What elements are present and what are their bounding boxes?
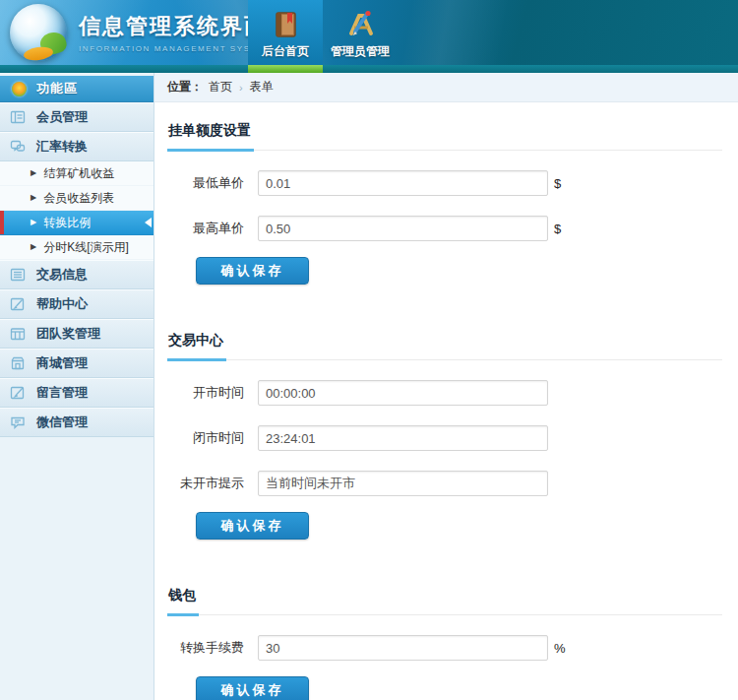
sidebar-subitem-settle-miner-income[interactable]: ▶ 结算矿机收益: [0, 161, 154, 186]
calendar-icon: [10, 326, 26, 342]
save-button[interactable]: 确认保存: [196, 257, 309, 285]
section-order-quota-settings: 挂单额度设置 最低单价 $ 最高单价 $ 确认保存: [167, 122, 722, 285]
section-title: 钱包: [167, 587, 722, 615]
triangle-bullet-icon: ▶: [31, 243, 36, 251]
tab-backend-home[interactable]: 后台首页: [248, 0, 323, 65]
field-label: 闭市时间: [167, 429, 244, 447]
tab-label: 后台首页: [262, 43, 309, 60]
tab-admin-management[interactable]: 管理员管理: [323, 0, 398, 65]
sidebar: 功能區 会员管理: [0, 73, 154, 700]
sidebar-item-team-reward[interactable]: 团队奖管理: [0, 319, 154, 349]
field-label: 转换手续费: [167, 639, 244, 657]
app-logo-globe-icon: [10, 4, 67, 61]
field-label: 最低单价: [167, 174, 244, 192]
breadcrumb: 位置： 首页 › 表单: [154, 73, 738, 102]
sidebar-subitem-label: 会员收益列表: [43, 190, 114, 207]
form-row: 开市时间: [167, 380, 722, 406]
triangle-bullet-icon: ▶: [31, 219, 36, 226]
active-item-red-bar: [0, 211, 4, 234]
sidebar-item-mall-management[interactable]: 商城管理: [0, 349, 154, 378]
sidebar-section-header[interactable]: 功能區: [0, 76, 154, 102]
sidebar-subitem-label: 转换比例: [43, 215, 91, 231]
message-edit-icon: [10, 385, 26, 401]
sidebar-item-label: 微信管理: [36, 414, 88, 431]
sidebar-item-label: 帮助中心: [36, 295, 88, 313]
sidebar-item-label: 团队奖管理: [36, 325, 100, 343]
app-header: 信息管理系统界面 INFORMATION MANAGEMENT SYSTEM G…: [0, 0, 738, 65]
sidebar-subitem-label: 分时K线[演示用]: [43, 239, 129, 256]
field-label: 最高单价: [167, 220, 244, 237]
field-label: 开市时间: [167, 384, 244, 402]
admin-tools-icon: [344, 9, 376, 40]
header-tabs: 后台首页 管理员管理: [248, 0, 398, 65]
breadcrumb-separator-icon: ›: [239, 82, 243, 94]
section-trade-center: 交易中心 开市时间 闭市时间 未开市提示: [167, 332, 722, 540]
store-icon: [10, 355, 26, 371]
breadcrumb-home-link[interactable]: 首页: [209, 79, 232, 95]
save-button[interactable]: 确认保存: [196, 676, 309, 700]
section-title: 交易中心: [167, 332, 722, 360]
chat-bubble-icon: [10, 414, 26, 430]
active-tab-indicator: [248, 65, 323, 73]
exchange-chat-icon: [10, 139, 26, 155]
min-unit-price-input[interactable]: [258, 170, 548, 196]
breadcrumb-current: 表单: [250, 79, 274, 95]
form-row: 未开市提示: [167, 471, 722, 496]
save-button[interactable]: 确认保存: [196, 512, 309, 540]
form-row: 转换手续费 %: [167, 635, 722, 661]
market-closed-tip-input[interactable]: [258, 471, 548, 496]
section-wallet: 钱包 转换手续费 % 确认保存: [167, 587, 722, 700]
sun-icon: [12, 82, 27, 96]
sidebar-subitem-kline-demo[interactable]: ▶ 分时K线[演示用]: [0, 235, 154, 260]
active-item-caret-icon: [145, 218, 152, 227]
header-bottom-strip: [0, 65, 738, 73]
section-title: 挂单额度设置: [167, 122, 722, 151]
sidebar-item-help-center[interactable]: 帮助中心: [0, 289, 154, 319]
form-row: 最高单价 $: [167, 216, 722, 241]
sidebar-item-wechat-management[interactable]: 微信管理: [0, 408, 154, 437]
sidebar-submenu-exchange: ▶ 结算矿机收益 ▶ 会员收益列表 ▶ 转换比例 ▶ 分时K线[演示用]: [0, 161, 154, 260]
triangle-bullet-icon: ▶: [31, 169, 36, 177]
main-content: 位置： 首页 › 表单 挂单额度设置 最低单价 $ 最: [154, 73, 738, 700]
sidebar-subitem-member-income-list[interactable]: ▶ 会员收益列表: [0, 186, 154, 211]
field-suffix: $: [554, 222, 561, 236]
page: 信息管理系统界面 INFORMATION MANAGEMENT SYSTEM G…: [0, 0, 738, 700]
sidebar-subitem-conversion-ratio[interactable]: ▶ 转换比例: [0, 211, 154, 235]
breadcrumb-prefix: 位置：: [167, 79, 203, 95]
book-icon: [270, 9, 301, 40]
list-icon: [10, 267, 26, 283]
form-row: 最低单价 $: [167, 170, 722, 196]
sidebar-item-label: 留言管理: [36, 384, 88, 402]
field-suffix: $: [554, 176, 561, 191]
market-open-time-input[interactable]: [258, 380, 548, 406]
sidebar-item-label: 汇率转换: [36, 138, 88, 156]
sidebar-item-exchange-rate[interactable]: 汇率转换: [0, 132, 154, 161]
tab-label: 管理员管理: [331, 43, 390, 60]
sidebar-subitem-label: 结算矿机收益: [43, 165, 114, 182]
sidebar-item-label: 会员管理: [36, 108, 88, 126]
sidebar-item-label: 交易信息: [36, 266, 88, 284]
triangle-bullet-icon: ▶: [31, 194, 36, 202]
max-unit-price-input[interactable]: [258, 216, 548, 241]
sidebar-item-label: 商城管理: [36, 354, 88, 372]
market-close-time-input[interactable]: [258, 425, 548, 451]
edit-icon: [10, 296, 26, 312]
sidebar-section-title: 功能區: [36, 80, 78, 97]
sidebar-item-member-management[interactable]: 会员管理: [0, 102, 154, 132]
field-label: 未开市提示: [167, 475, 244, 492]
sidebar-item-trade-info[interactable]: 交易信息: [0, 260, 154, 289]
conversion-fee-input[interactable]: [258, 635, 548, 661]
sidebar-item-message-management[interactable]: 留言管理: [0, 378, 154, 408]
id-card-icon: [10, 109, 26, 125]
field-suffix: %: [554, 641, 566, 656]
form-row: 闭市时间: [167, 425, 722, 451]
